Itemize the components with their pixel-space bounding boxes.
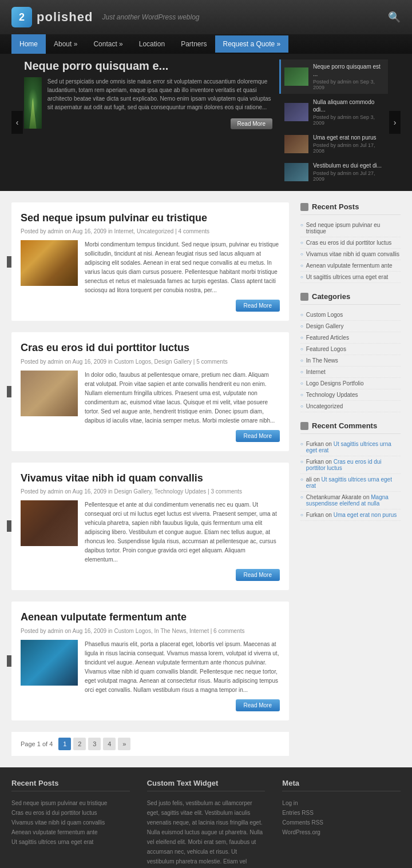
slider-main-image xyxy=(24,77,42,129)
comment-link-4[interactable]: Uma eget erat non purus xyxy=(334,512,397,518)
post-image-3 xyxy=(21,640,78,686)
sidebar-category-6[interactable]: Logo Designs Portfolio xyxy=(300,378,401,389)
slider-thumb-3 xyxy=(284,163,308,181)
slider-thumb-1 xyxy=(284,103,308,121)
search-icon[interactable]: 🔍 xyxy=(388,11,401,23)
footer-meta-item-0[interactable]: Log in xyxy=(282,798,401,808)
pagination: Page 1 of 4 1 2 3 4 » xyxy=(11,732,289,756)
comment-author-4: Furkan xyxy=(306,512,324,518)
footer-meta-list: Log in Entries RSS Comments RSS WordPres… xyxy=(282,798,401,837)
nav-item-location[interactable]: Location xyxy=(131,34,173,54)
post-meta-text-0: Posted by admin on Aug 16, 2009 in Inter… xyxy=(21,228,209,234)
comment-item-4: Furkan on Uma eget erat non purus xyxy=(300,509,401,521)
page-num-1[interactable]: 1 xyxy=(58,738,71,750)
logo-number: 2 xyxy=(19,11,25,23)
post-excerpt-0: Morbi condimentum tempus tincidunt. Sed … xyxy=(85,240,280,295)
nav-item-about[interactable]: About » xyxy=(46,34,85,54)
sidebar-category-4[interactable]: In The News xyxy=(300,355,401,367)
slider-side-title-3: Vestibulum eu dui eget di... xyxy=(313,162,385,169)
slider-next-button[interactable]: › xyxy=(389,111,401,134)
sidebar-recent-post-4[interactable]: Ut sagittis ultrices urna eget erat xyxy=(300,272,401,283)
sidebar-recent-post-0[interactable]: Sed neque ipsum pulvinar eu tristique xyxy=(300,220,401,237)
footer-meta-item-3[interactable]: WordPress.org xyxy=(282,827,401,837)
post-meta-text-3: Posted by admin on Aug 16, 2009 in Custo… xyxy=(21,628,245,634)
sidebar-category-2[interactable]: Featured Articles xyxy=(300,332,401,344)
read-more-button-1[interactable]: Read More xyxy=(236,430,280,442)
post-item-2: Vivamus vitae nibh id quam convallis Pos… xyxy=(11,463,289,590)
widget-icon-categories xyxy=(300,293,308,301)
widget-recent-posts: Recent Posts Sed neque ipsum pulvinar eu… xyxy=(300,202,401,283)
slider-side-meta-1: Posted by admin on Sep 3, 2009 xyxy=(313,114,385,126)
post-meta-1: Posted by admin on Aug 16, 2009 in Custo… xyxy=(21,359,280,365)
sidebar-recent-post-2[interactable]: Vivamus vitae nibh id quam convallis xyxy=(300,249,401,260)
read-more-button-2[interactable]: Read More xyxy=(236,569,280,581)
pagination-next-button[interactable]: » xyxy=(118,738,130,750)
widget-recent-comments-title: Recent Comments xyxy=(300,421,401,434)
footer-meta-title: Meta xyxy=(282,779,401,791)
site-title: polished xyxy=(37,10,93,25)
widget-icon-recent-posts xyxy=(300,203,308,211)
sidebar-category-1[interactable]: Design Gallery xyxy=(300,321,401,332)
post-title-0[interactable]: Sed neque ipsum pulvinar eu tristique xyxy=(21,212,280,225)
page-num-3[interactable]: 3 xyxy=(88,738,101,750)
nav-item-quote[interactable]: Request a Quote » xyxy=(215,35,289,53)
widget-categories-title: Categories xyxy=(300,292,401,305)
post-image-0 xyxy=(21,240,78,286)
logo-icon[interactable]: 2 xyxy=(11,7,32,27)
footer-top: Recent Posts Sed neque ipsum pulvinar eu… xyxy=(0,767,412,868)
post-title-1[interactable]: Cras eu eros id dui porttitor luctus xyxy=(21,341,280,355)
page-num-2[interactable]: 2 xyxy=(73,738,86,750)
slider-side-meta-2: Posted by admin on Jul 17, 2008 xyxy=(313,142,385,154)
main-wrapper: Sed neque ipsum pulvinar eu tristique Po… xyxy=(0,191,412,767)
slider-side-item-2[interactable]: Uma eget erat non purus Posted by admin … xyxy=(279,130,388,157)
post-image-2 xyxy=(21,500,78,546)
slider-side-item-3[interactable]: Vestibulum eu dui eget di... Posted by a… xyxy=(279,158,388,185)
slider-side-meta-3: Posted by admin on Jul 27, 2009 xyxy=(313,170,385,182)
tagline: Just another WordPress weblog xyxy=(102,13,199,21)
sidebar-category-0[interactable]: Custom Logos xyxy=(300,309,401,321)
slider-side-item-0[interactable]: Neque porro quisquam est ... Posted by a… xyxy=(279,59,388,94)
footer-recent-post-4[interactable]: Ut sagittis ultrices urna eget erat xyxy=(11,837,130,847)
comment-item-3: Chetankumar Akarate on Magna suspendisse… xyxy=(300,492,401,509)
post-meta-0: Posted by admin on Aug 16, 2009 in Inter… xyxy=(21,228,280,234)
post-title-3[interactable]: Aenean vulputate fermentum ante xyxy=(21,611,280,624)
slider-side-item-1[interactable]: Nulla aliquam commodo odi... Posted by a… xyxy=(279,95,388,129)
sidebar-category-8[interactable]: Uncategorized xyxy=(300,401,401,412)
comment-author-2: ali xyxy=(306,476,312,483)
sidebar-recent-post-3[interactable]: Aenean vulputate fermentum ante xyxy=(300,260,401,272)
sidebar-category-5[interactable]: Internet xyxy=(300,367,401,378)
sidebar-category-7[interactable]: Technology Updates xyxy=(300,389,401,401)
post-title-2[interactable]: Vivamus vitae nibh id quam convallis xyxy=(21,472,280,485)
slider-read-more-button[interactable]: Read More xyxy=(231,118,272,129)
slider-side-title-2: Uma eget erat non purus xyxy=(313,134,385,141)
comment-author-0: Furkan xyxy=(306,441,324,447)
footer-recent-post-1[interactable]: Cras eu eros id dui porttitor luctus xyxy=(11,808,130,818)
footer-meta-item-2[interactable]: Comments RSS xyxy=(282,818,401,827)
footer-recent-post-3[interactable]: Aenean vulputate fermentum ante xyxy=(11,827,130,837)
sidebar-recent-post-1[interactable]: Cras eu eros id dui porttitor luctus xyxy=(300,237,401,249)
footer-recent-post-0[interactable]: Sed neque ipsum pulvinar eu tristique xyxy=(11,798,130,808)
read-more-button-3[interactable]: Read More xyxy=(236,699,280,711)
footer-meta-item-1[interactable]: Entries RSS xyxy=(282,808,401,818)
slider-thumb-2 xyxy=(284,135,308,153)
sidebar-category-3[interactable]: Featured Logos xyxy=(300,344,401,355)
pagination-label: Page 1 of 4 xyxy=(21,740,53,747)
nav-item-partners[interactable]: Partners xyxy=(173,34,215,54)
read-more-button-0[interactable]: Read More xyxy=(236,300,280,312)
page-num-4[interactable]: 4 xyxy=(103,738,116,750)
slider-prev-button[interactable]: ‹ xyxy=(11,111,23,134)
slider-sidebar: Neque porro quisquam est ... Posted by a… xyxy=(279,59,388,185)
footer-col-recent-posts: Recent Posts Sed neque ipsum pulvinar eu… xyxy=(11,779,130,868)
slider-side-meta-0: Posted by admin on Sep 3, 2009 xyxy=(313,79,385,90)
footer-col-custom-widget: Custom Text Widget Sed justo felis, vest… xyxy=(147,779,266,868)
footer-recent-post-2[interactable]: Vivamus vitae nibh id quam convallis xyxy=(11,818,130,827)
nav-item-contact[interactable]: Contact » xyxy=(85,34,130,54)
post-item-0: Sed neque ipsum pulvinar eu tristique Po… xyxy=(11,202,289,321)
posts-column: Sed neque ipsum pulvinar eu tristique Po… xyxy=(11,202,289,756)
logo-area: 2 polished Just another WordPress weblog xyxy=(11,7,200,27)
footer-custom-widget-title: Custom Text Widget xyxy=(147,779,266,791)
nav-item-home[interactable]: Home xyxy=(11,34,46,54)
widget-icon-recent-comments xyxy=(300,422,308,430)
post-marker-1 xyxy=(7,386,11,397)
post-marker-3 xyxy=(7,655,11,667)
